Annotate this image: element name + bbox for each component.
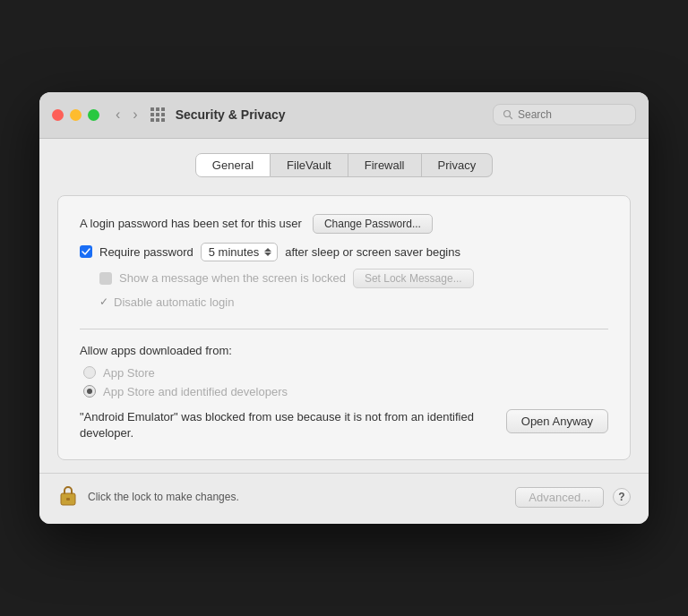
require-password-checkbox[interactable] [80,245,92,258]
back-button[interactable]: ‹ [112,106,124,124]
password-set-label: A login password has been set for this u… [80,217,302,230]
app-store-label: App Store [103,366,155,380]
search-icon [503,109,513,120]
footer: Click the lock to make changes. Advanced… [39,473,649,524]
stepper-down-icon[interactable] [264,252,271,256]
allow-apps-section: Allow apps downloaded from: App Store Ap… [80,344,608,441]
titlebar: ‹ › Security & Privacy [39,92,649,139]
disable-auto-login-row: ✓ Disable automatic login [80,295,608,309]
time-value: 5 minutes [209,245,259,259]
help-button[interactable]: ? [613,488,631,506]
show-message-checkbox[interactable] [99,272,112,285]
time-select[interactable]: 5 minutes [201,243,278,261]
set-lock-message-button[interactable]: Set Lock Message... [353,269,474,288]
require-password-row: Require password 5 minutes after sleep o… [80,243,608,261]
app-store-radio[interactable] [83,366,96,379]
tab-privacy[interactable]: Privacy [422,153,494,177]
allow-apps-label: Allow apps downloaded from: [80,344,608,357]
blocked-app-text: "Android Emulator" was blocked from use … [80,409,492,441]
lock-icon[interactable] [57,483,79,511]
radio-dot [87,389,92,394]
fullscreen-button[interactable] [88,109,99,121]
app-store-identified-label: App Store and identified developers [103,385,288,398]
apps-grid-icon[interactable] [150,107,165,122]
traffic-lights [52,109,99,121]
tabs-bar: General FileVault Firewall Privacy [57,153,631,177]
password-section: A login password has been set for this u… [80,214,608,309]
password-set-row: A login password has been set for this u… [80,214,608,234]
search-bar[interactable] [493,104,636,125]
window-title: Security & Privacy [176,107,493,122]
blocked-app-row: "Android Emulator" was blocked from use … [80,409,608,441]
show-message-row: Show a message when the screen is locked… [80,269,608,288]
settings-panel: A login password has been set for this u… [57,195,631,460]
main-content: General FileVault Firewall Privacy A log… [39,139,649,473]
app-store-identified-radio[interactable] [83,385,96,398]
nav-buttons: ‹ › [112,106,142,124]
tab-general[interactable]: General [195,153,271,177]
checkmark-icon: ✓ [99,295,108,308]
lock-svg [57,483,79,508]
stepper-up-icon[interactable] [264,248,271,252]
time-stepper[interactable] [264,248,271,256]
show-message-label: Show a message when the screen is locked [119,271,346,285]
app-store-radio-row: App Store [80,366,608,380]
checkmark-icon [82,248,90,255]
minimize-button[interactable] [70,109,82,121]
main-window: ‹ › Security & Privacy General FileVault… [39,92,649,524]
svg-line-1 [510,116,512,119]
app-store-identified-radio-row: App Store and identified developers [80,385,608,398]
forward-button[interactable]: › [129,106,141,124]
open-anyway-button[interactable]: Open Anyway [506,409,608,433]
after-sleep-text: after sleep or screen saver begins [285,245,460,259]
tab-filevault[interactable]: FileVault [271,153,348,177]
advanced-button[interactable]: Advanced... [515,487,604,508]
disable-auto-login-label: Disable automatic login [114,295,234,309]
search-input[interactable] [518,108,625,121]
section-divider [80,329,608,329]
svg-rect-3 [66,498,70,500]
close-button[interactable] [52,109,64,121]
change-password-button[interactable]: Change Password... [313,214,433,234]
tab-firewall[interactable]: Firewall [348,153,422,177]
lock-help-text: Click the lock to make changes. [88,491,506,503]
require-password-label: Require password [99,245,194,259]
